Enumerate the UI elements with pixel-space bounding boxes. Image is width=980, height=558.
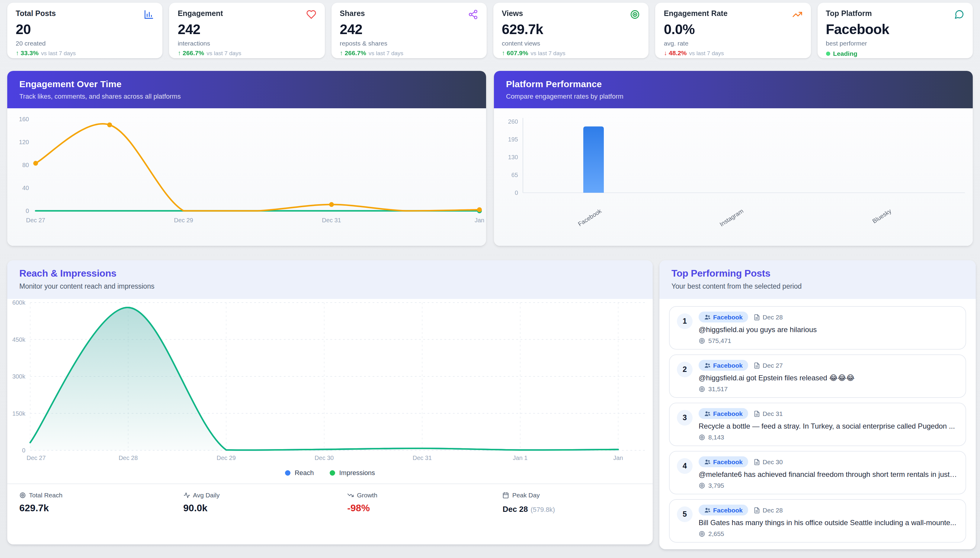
chart-subtitle: Compare engagement rates by platform <box>506 93 961 100</box>
post-list-item[interactable]: 5 Facebook Dec 28 Bill Gates has man <box>669 499 966 543</box>
stat-label: Top Platform <box>826 9 871 18</box>
svg-text:Dec 29: Dec 29 <box>217 455 236 461</box>
stat-card-total-posts: Total Posts 20 20 created ↑ 33.3% vs las… <box>7 3 163 58</box>
stat-value: 242 <box>178 21 316 38</box>
platform-badge: Facebook <box>698 360 748 371</box>
post-views: 3,795 <box>698 482 958 489</box>
posts-list: 1 Facebook Dec 28 @higgsfield.ai you <box>659 299 976 543</box>
stat-total-reach: Total Reach 629.7k <box>19 491 183 514</box>
svg-text:0: 0 <box>22 447 25 454</box>
chart-subtitle: Track likes, comments, and shares across… <box>19 93 474 100</box>
svg-text:Jan: Jan <box>613 455 623 461</box>
svg-text:0: 0 <box>515 189 518 196</box>
svg-text:450k: 450k <box>12 336 26 343</box>
panel-title: Top Performing Posts <box>672 268 964 279</box>
stat-label: Views <box>502 9 523 18</box>
stat-label: Shares <box>340 9 365 18</box>
share-icon <box>468 9 478 20</box>
svg-text:Dec 29: Dec 29 <box>174 217 193 223</box>
users-icon <box>704 362 711 369</box>
post-text: @higgsfield.ai got Epstein files release… <box>698 374 958 382</box>
stat-value: 242 <box>340 21 478 38</box>
stat-delta: ↑ 266.7% vs last 7 days <box>178 49 316 56</box>
post-views: 31,517 <box>698 385 958 392</box>
post-list-item[interactable]: 4 Facebook Dec 30 @melefante6 has ac <box>669 451 966 494</box>
target-icon <box>19 492 26 498</box>
svg-text:160: 160 <box>19 116 29 123</box>
post-rank-badge: 1 <box>677 313 693 329</box>
reach-legend: Reach Impressions <box>7 465 653 478</box>
post-date: Dec 27 <box>754 362 783 369</box>
platform-performance-card: Platform Performance Compare engagement … <box>494 71 973 246</box>
bottom-row: Reach & Impressions Monitor your content… <box>7 260 980 549</box>
peak-day-value: Dec 28 (579.8k) <box>503 504 641 514</box>
views-target-icon <box>698 434 705 440</box>
charts-row: Engagement Over Time Track likes, commen… <box>7 71 973 246</box>
svg-text:Dec 31: Dec 31 <box>322 217 341 223</box>
engagement-chart-svg: 04080120160Dec 27Dec 29Dec 31Jan <box>7 108 486 243</box>
panel-subtitle: Your best content from the selected peri… <box>672 282 964 290</box>
post-views: 8,143 <box>698 433 958 441</box>
views-target-icon <box>698 337 705 344</box>
post-views: 2,655 <box>698 530 958 537</box>
stat-value: 20 <box>16 21 154 38</box>
stat-card-shares: Shares 242 reposts & shares ↑ 266.7% vs … <box>331 3 487 58</box>
views-target-icon <box>698 386 705 392</box>
svg-text:150k: 150k <box>12 410 26 417</box>
trending-up-icon <box>792 9 802 20</box>
stat-avg-daily: Avg Daily 90.0k <box>183 491 347 514</box>
post-list-item[interactable]: 2 Facebook Dec 27 @higgsfield.ai got <box>669 354 966 398</box>
svg-text:0: 0 <box>26 207 29 214</box>
users-icon <box>704 410 711 417</box>
svg-text:Dec 28: Dec 28 <box>119 455 138 461</box>
stat-card-engagement: Engagement 242 interactions ↑ 266.7% vs … <box>170 3 325 58</box>
file-text-icon <box>754 410 760 417</box>
stat-value: 0.0% <box>664 21 802 38</box>
legend-item-reach[interactable]: Reach <box>285 469 314 476</box>
users-icon <box>704 314 711 320</box>
views-target-icon <box>698 530 705 537</box>
svg-text:65: 65 <box>511 172 518 178</box>
file-text-icon <box>754 314 760 320</box>
growth-value: -98% <box>347 503 503 514</box>
svg-text:600k: 600k <box>12 299 26 306</box>
svg-text:80: 80 <box>22 162 29 168</box>
stat-delta: ↓ 48.2% vs last 7 days <box>664 49 802 56</box>
view-all-posts-link[interactable]: View all posts → <box>659 547 976 549</box>
post-rank-badge: 4 <box>677 458 693 474</box>
svg-text:Instagram: Instagram <box>718 207 745 228</box>
platform-badge: Facebook <box>698 456 748 467</box>
bar-chart-icon <box>144 9 154 20</box>
stat-card-top-platform: Top Platform Facebook best performer Lea… <box>817 3 973 58</box>
file-text-icon <box>754 362 760 369</box>
chart-title: Platform Performance <box>506 79 961 89</box>
file-text-icon <box>754 507 760 514</box>
reach-stats-row: Total Reach 629.7k Avg Daily 90.0k <box>7 484 653 514</box>
svg-text:260: 260 <box>508 118 518 125</box>
svg-text:120: 120 <box>19 139 29 145</box>
post-date: Dec 28 <box>754 313 783 321</box>
svg-text:130: 130 <box>508 154 518 161</box>
reach-chart-svg: 0150k300k450k600kDec 27Dec 28Dec 29Dec 3… <box>7 299 653 463</box>
svg-text:Jan: Jan <box>474 217 484 223</box>
stat-sub: content views <box>502 39 640 47</box>
post-list-item[interactable]: 1 Facebook Dec 28 @higgsfield.ai you <box>669 306 966 350</box>
stat-delta: ↑ 607.9% vs last 7 days <box>502 49 640 56</box>
svg-text:Dec 27: Dec 27 <box>26 217 45 223</box>
post-text: Recycle a bottle — feed a stray. In Turk… <box>698 422 958 430</box>
platform-chart-header: Platform Performance Compare engagement … <box>494 71 973 108</box>
legend-item-impressions[interactable]: Impressions <box>330 469 375 476</box>
engagement-chart-header: Engagement Over Time Track likes, commen… <box>7 71 486 108</box>
stat-card-views: Views 629.7k content views ↑ 607.9% vs l… <box>493 3 649 58</box>
status-dot <box>826 51 830 56</box>
stat-card-engagement-rate: Engagement Rate 0.0% avg. rate ↓ 48.2% v… <box>656 3 811 58</box>
views-target-icon <box>698 482 705 489</box>
stat-sub: reposts & shares <box>340 39 478 47</box>
stat-growth: Growth -98% <box>347 491 503 514</box>
svg-text:Dec 31: Dec 31 <box>413 455 432 461</box>
post-list-item[interactable]: 3 Facebook Dec 31 Recycle a bottle — <box>669 403 966 446</box>
activity-icon <box>183 492 190 498</box>
post-date: Dec 28 <box>754 506 783 514</box>
avg-daily-value: 90.0k <box>183 503 347 514</box>
stat-label: Engagement <box>178 9 223 18</box>
